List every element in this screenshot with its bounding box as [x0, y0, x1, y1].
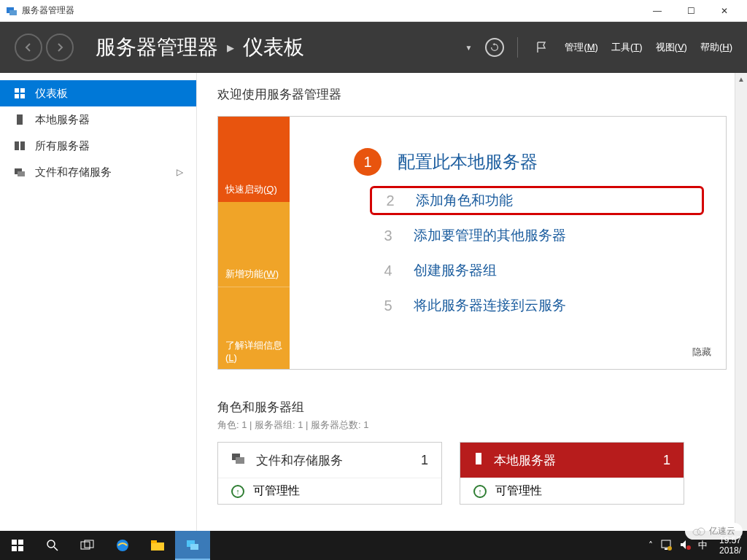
network-icon[interactable]	[660, 539, 672, 553]
step-label: 添加要管理的其他服务器	[414, 226, 566, 245]
maximize-button[interactable]: ☐	[674, 0, 708, 22]
step-number-badge: 1	[354, 148, 382, 176]
roles-heading: 角色和服务器组	[217, 399, 727, 416]
explorer-taskbar-icon[interactable]	[140, 531, 175, 560]
minimize-button[interactable]: —	[640, 0, 674, 22]
svg-rect-26	[190, 544, 198, 550]
close-button[interactable]: ✕	[708, 0, 741, 22]
breadcrumb-app: 服务器管理器	[96, 34, 218, 61]
taskbar: ˄ 中 19:57 2018/	[0, 531, 747, 560]
app-icon	[6, 5, 18, 17]
svg-rect-14	[12, 540, 17, 545]
vertical-scrollbar[interactable]: ▲	[735, 73, 747, 531]
step-number: 4	[377, 260, 399, 281]
watermark-badge: 亿速云	[685, 523, 743, 540]
svg-point-29	[667, 546, 672, 551]
role-status-label: 可管理性	[253, 483, 300, 499]
role-card-file-storage[interactable]: 文件和存储服务 1 ↑ 可管理性	[217, 442, 442, 505]
quickstart-tile[interactable]: 快速启动(Q)	[218, 117, 290, 202]
svg-rect-4	[15, 94, 19, 98]
refresh-button[interactable]	[485, 38, 504, 57]
start-button[interactable]	[0, 531, 35, 560]
tools-menu[interactable]: 工具(T)	[611, 41, 643, 54]
header-separator	[517, 37, 518, 58]
sidebar-item-label: 所有服务器	[35, 139, 90, 153]
help-menu[interactable]: 帮助(H)	[700, 41, 732, 54]
sidebar-item-label: 文件和存储服务	[35, 166, 112, 179]
chevron-right-icon: ▷	[177, 167, 183, 177]
sidebar: 仪表板 本地服务器 所有服务器 文件和存储服务 ▷	[0, 73, 197, 531]
add-roles-features-link[interactable]: 2 添加角色和功能	[370, 186, 704, 215]
app-header: 服务器管理器 ▸ 仪表板 ▼ 管理(M) 工具(T) 视图(V) 帮助(H)	[0, 22, 747, 73]
nav-back-button[interactable]	[15, 34, 42, 61]
hide-link[interactable]: 隐藏	[692, 346, 711, 359]
manageability-ok-icon: ↑	[231, 485, 244, 498]
main-content: 欢迎使用服务器管理器 快速启动(Q) 新增功能(W) 了解详细信息(L) 1 配…	[197, 73, 747, 531]
role-card-title: 文件和存储服务	[256, 452, 343, 469]
dropdown-caret-icon[interactable]: ▼	[465, 44, 472, 52]
manageability-ok-icon: ↑	[473, 485, 487, 498]
svg-rect-6	[17, 114, 23, 125]
sidebar-item-label: 仪表板	[35, 87, 68, 101]
svg-rect-10	[18, 171, 25, 176]
storage-icon	[231, 452, 246, 469]
tray-chevron-up-icon[interactable]: ˄	[649, 540, 653, 551]
server-manager-taskbar-icon[interactable]	[175, 531, 210, 560]
whatsnew-tile[interactable]: 新增功能(W)	[218, 202, 290, 286]
sidebar-item-all-servers[interactable]: 所有服务器	[0, 133, 196, 159]
window-titlebar: 服务器管理器 — ☐ ✕	[0, 0, 747, 22]
add-other-servers-link[interactable]: 3 添加要管理的其他服务器	[377, 221, 704, 250]
svg-rect-8	[20, 141, 25, 150]
server-icon	[13, 114, 26, 125]
role-card-local-server[interactable]: 本地服务器 1 ↑ 可管理性	[460, 442, 684, 505]
svg-rect-16	[12, 546, 17, 551]
svg-rect-12	[236, 457, 244, 464]
window-title: 服务器管理器	[22, 4, 640, 17]
step-label: 创建服务器组	[414, 261, 497, 280]
notifications-flag-icon[interactable]	[531, 37, 551, 58]
manage-menu[interactable]: 管理(M)	[565, 41, 598, 54]
roles-section: 角色和服务器组 角色: 1 | 服务器组: 1 | 服务器总数: 1 文件和存储…	[217, 399, 727, 505]
step-number: 5	[377, 295, 399, 316]
welcome-heading: 欢迎使用服务器管理器	[217, 86, 727, 103]
nav-forward-button[interactable]	[46, 34, 74, 61]
system-tray[interactable]: ˄ 中	[643, 539, 713, 553]
role-card-count: 1	[663, 453, 670, 468]
svg-rect-13	[476, 453, 481, 464]
learnmore-tile[interactable]: 了解详细信息(L)	[218, 287, 290, 369]
role-card-title: 本地服务器	[494, 452, 556, 469]
view-menu[interactable]: 视图(V)	[656, 41, 687, 54]
svg-rect-7	[15, 141, 19, 150]
step-label: 配置此本地服务器	[398, 150, 538, 174]
breadcrumb-separator-icon: ▸	[227, 39, 234, 56]
scroll-up-arrow-icon[interactable]: ▲	[735, 73, 747, 85]
sidebar-item-file-storage[interactable]: 文件和存储服务 ▷	[0, 159, 196, 185]
watermark-text: 亿速云	[709, 525, 735, 537]
step-number: 2	[379, 190, 401, 211]
svg-point-18	[47, 540, 55, 548]
configure-local-server-link[interactable]: 1 配置此本地服务器	[333, 135, 704, 176]
volume-icon[interactable]	[679, 539, 691, 553]
svg-rect-23	[151, 542, 164, 551]
create-server-group-link[interactable]: 4 创建服务器组	[377, 256, 704, 285]
sidebar-item-local-server[interactable]: 本地服务器	[0, 106, 196, 133]
search-button[interactable]	[35, 531, 70, 560]
svg-rect-2	[15, 88, 19, 93]
ime-icon[interactable]: 中	[698, 539, 708, 552]
storage-icon	[13, 166, 26, 178]
svg-rect-17	[18, 546, 23, 551]
sidebar-item-dashboard[interactable]: 仪表板	[0, 80, 196, 106]
svg-rect-15	[18, 540, 23, 545]
date-text: 2018/	[719, 545, 741, 556]
task-view-button[interactable]	[70, 531, 105, 560]
svg-line-19	[54, 547, 58, 551]
role-card-count: 1	[421, 453, 428, 468]
svg-rect-5	[20, 94, 25, 98]
dashboard-icon	[13, 88, 26, 99]
connect-cloud-link[interactable]: 5 将此服务器连接到云服务	[377, 291, 704, 320]
step-label: 将此服务器连接到云服务	[414, 296, 566, 315]
server-icon	[473, 452, 484, 469]
sidebar-item-label: 本地服务器	[35, 113, 90, 127]
breadcrumb-page: 仪表板	[243, 34, 304, 61]
ie-taskbar-icon[interactable]	[105, 531, 140, 560]
